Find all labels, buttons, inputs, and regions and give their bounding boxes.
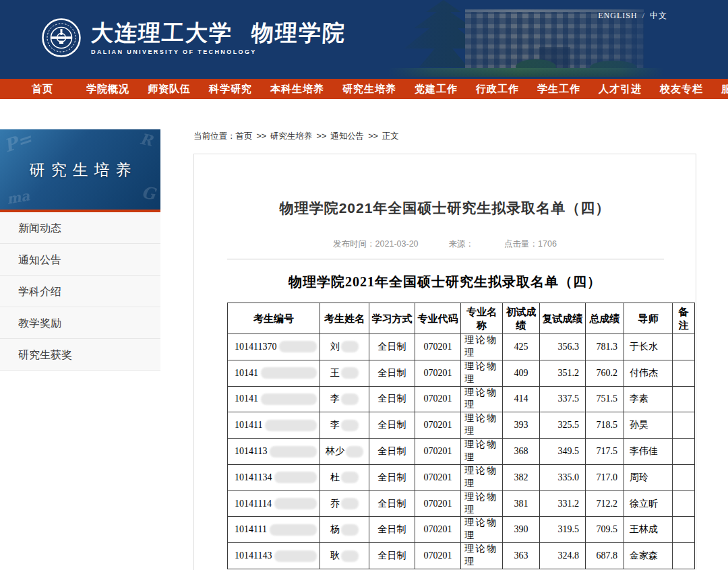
- cell-retest: 351.2: [540, 360, 586, 386]
- university-name-cn: 大连理工大学: [90, 20, 233, 46]
- nav-item-6[interactable]: 党建工作: [415, 79, 458, 99]
- col-header-4: 专业名称: [461, 303, 503, 334]
- col-header-2: 学习方式: [369, 303, 415, 334]
- cell-tutor: 付伟杰: [624, 360, 673, 386]
- redacted-name: 刘: [320, 341, 369, 353]
- redaction-blur: [346, 446, 363, 457]
- cell-id: 10141114: [228, 490, 320, 517]
- cell-total: 751.5: [586, 386, 624, 412]
- cell-tutor: 李伟佳: [624, 439, 673, 465]
- redacted-name: 李: [320, 419, 369, 431]
- source: 来源：: [449, 239, 475, 250]
- sidebar-item-4[interactable]: 研究生获奖: [0, 339, 160, 371]
- breadcrumb-link-2[interactable]: 通知公告: [330, 131, 364, 141]
- article-body-title: 物理学院2021年全国硕士研究生拟录取名单（四）: [194, 273, 696, 291]
- article-meta: 发布时间：2021-03-20 来源： 点击量：1706: [194, 239, 696, 250]
- cell-initial: 382: [503, 464, 540, 490]
- cell-major: 理论物理: [461, 360, 503, 386]
- breadcrumb-separator: >>: [257, 131, 267, 141]
- redacted-id: 101411370: [235, 341, 320, 352]
- col-header-0: 考生编号: [228, 303, 320, 334]
- cell-mode: 全日制: [369, 386, 415, 412]
- cell-initial: 414: [503, 386, 540, 412]
- redaction-blur: [279, 341, 317, 352]
- cell-mode: 全日制: [369, 439, 415, 465]
- breadcrumb-link-3[interactable]: 正文: [382, 131, 399, 141]
- lang-english-link[interactable]: ENGLISH: [598, 11, 637, 20]
- nav-item-5[interactable]: 研究生培养: [342, 79, 396, 99]
- cell-id: 1014111: [228, 517, 320, 543]
- cell-retest: 331.2: [540, 490, 586, 517]
- id-visible-text: 10141134: [235, 472, 272, 483]
- redacted-name: 杜: [320, 472, 369, 484]
- cell-name: 耿: [320, 543, 369, 569]
- breadcrumb-link-1[interactable]: 研究生培养: [270, 131, 313, 141]
- lang-chinese-link[interactable]: 中文: [650, 11, 667, 20]
- cell-mode: 全日制: [369, 543, 415, 569]
- nav-item-4[interactable]: 本科生培养: [270, 79, 324, 99]
- breadcrumb-link-0[interactable]: 首页: [236, 131, 253, 141]
- nav-item-10[interactable]: 校友专栏: [660, 79, 703, 99]
- redaction-blur: [341, 420, 359, 431]
- cell-major: 理论物理: [461, 543, 503, 569]
- id-visible-text: 101411: [235, 420, 262, 431]
- brand-chinese-names: 大连理工大学物理学院: [90, 21, 346, 45]
- nav-item-11[interactable]: 服务指南: [721, 79, 728, 99]
- id-visible-text: 10141: [235, 393, 258, 404]
- brand-logo-block[interactable]: 大连理工大学物理学院 DALIAN UNIVERSITY OF TECHNOLO…: [42, 18, 346, 57]
- formula-texture: ma: [5, 187, 31, 208]
- cell-name: 刘: [320, 334, 369, 360]
- cell-retest: 325.5: [540, 412, 586, 439]
- breadcrumb-separator: >>: [317, 131, 327, 141]
- name-visible-text: 乔: [330, 498, 340, 510]
- sidebar-item-3[interactable]: 教学奖励: [0, 307, 160, 339]
- view-count: 点击量：1706: [504, 239, 557, 250]
- cell-code: 070201: [415, 490, 461, 517]
- cell-mode: 全日制: [369, 360, 415, 386]
- nav-item-3[interactable]: 科学研究: [209, 79, 252, 99]
- cell-tutor: 王林成: [624, 517, 673, 543]
- col-header-3: 专业代码: [415, 303, 461, 334]
- redaction-blur: [265, 420, 317, 431]
- cell-note: [673, 386, 695, 412]
- cell-code: 070201: [415, 412, 461, 439]
- name-visible-text: 杨: [330, 524, 340, 536]
- name-visible-text: 林少: [326, 445, 344, 457]
- nav-item-1[interactable]: 学院概况: [86, 79, 129, 99]
- cell-name: 李: [320, 412, 369, 439]
- cell-total: 718.5: [586, 412, 624, 439]
- admission-table: 考生编号考生姓名学习方式专业代码专业名称初试成绩复试成绩总成绩导师备注 1014…: [227, 303, 695, 569]
- cell-name: 李: [320, 386, 369, 412]
- cell-initial: 390: [503, 517, 540, 543]
- cell-retest: 337.5: [540, 386, 586, 412]
- nav-item-9[interactable]: 人才引进: [599, 79, 642, 99]
- cell-name: 王: [320, 360, 369, 386]
- college-name-cn: 物理学院: [251, 20, 346, 46]
- cell-retest: 335.0: [540, 464, 586, 490]
- nav-item-0[interactable]: 首页: [32, 79, 53, 99]
- cell-initial: 425: [503, 334, 540, 360]
- sidebar-item-2[interactable]: 学科介绍: [0, 276, 160, 307]
- redaction-blur: [270, 446, 317, 457]
- cell-mode: 全日制: [369, 517, 415, 543]
- cell-retest: 319.5: [540, 517, 586, 543]
- cell-retest: 349.5: [540, 439, 586, 465]
- redacted-id: 10141: [235, 367, 320, 379]
- id-visible-text: 101411370: [235, 342, 276, 352]
- cell-code: 070201: [415, 360, 461, 386]
- sidebar-item-0[interactable]: 新闻动态: [0, 212, 160, 244]
- main-nav: 首页学院概况师资队伍科学研究本科生培养研究生培养党建工作行政工作学生工作人才引进…: [0, 79, 728, 99]
- cell-code: 070201: [415, 439, 461, 465]
- redacted-id: 101411: [235, 420, 320, 431]
- sidebar-item-1[interactable]: 通知公告: [0, 244, 160, 276]
- nav-item-2[interactable]: 师资队伍: [148, 79, 191, 99]
- col-header-8: 导师: [624, 303, 673, 334]
- id-visible-text: 1014111: [235, 524, 267, 535]
- cell-name: 林少: [320, 439, 369, 465]
- nav-item-7[interactable]: 行政工作: [476, 79, 519, 99]
- redaction-blur: [261, 393, 317, 405]
- id-visible-text: 10141143: [235, 550, 272, 561]
- name-visible-text: 杜: [330, 472, 340, 484]
- nav-item-8[interactable]: 学生工作: [537, 79, 580, 99]
- cell-major: 理论物理: [461, 439, 503, 465]
